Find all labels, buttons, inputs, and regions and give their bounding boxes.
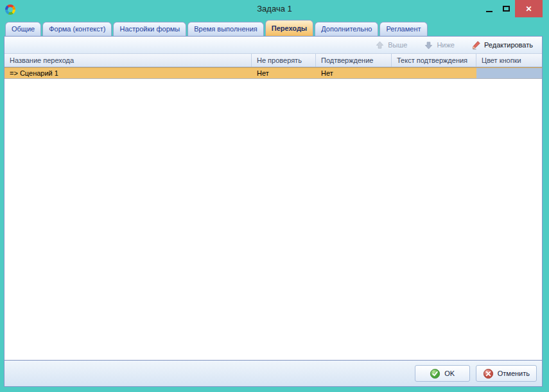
column-header-confirmation-text[interactable]: Текст подтверждения — [392, 54, 476, 67]
cell-no-check: Нет — [252, 68, 316, 78]
maximize-icon — [503, 6, 510, 12]
move-down-button[interactable]: Ниже — [420, 39, 458, 51]
table-row-scenario-1[interactable]: => Сценарий 1 Нет Нет — [4, 67, 542, 79]
dialog-footer: OK Отменить — [4, 360, 542, 386]
minimize-icon — [486, 11, 492, 12]
tab-dopolnitelno[interactable]: Дополнительно — [315, 22, 378, 36]
close-icon: ✕ — [525, 4, 532, 13]
cell-confirmation-text — [392, 68, 476, 78]
tab-obshchie[interactable]: Общие — [5, 22, 41, 36]
close-button[interactable]: ✕ — [515, 0, 543, 17]
column-header-transition-name[interactable]: Название перехода — [4, 54, 252, 67]
column-header-no-check[interactable]: Не проверять — [252, 54, 316, 67]
column-header-button-color[interactable]: Цвет кнопки — [476, 54, 542, 67]
window-title: Задача 1 — [0, 4, 549, 13]
task-dialog-window: { "window": { "title": "Задача 1", "cont… — [0, 0, 549, 392]
ok-check-icon — [430, 368, 440, 379]
column-header-confirmation[interactable]: Подтверждение — [316, 54, 392, 67]
move-up-label: Выше — [388, 41, 407, 49]
cancel-x-icon — [483, 368, 494, 379]
tab-forma-kontekst[interactable]: Форма (контекст) — [42, 22, 112, 36]
cell-button-color-swatch — [476, 68, 542, 78]
titlebar: Задача 1 ✕ — [0, 0, 549, 19]
ok-label: OK — [444, 370, 455, 377]
tab-vremya-vypolneniya[interactable]: Время выполнения — [187, 22, 264, 36]
move-up-button[interactable]: Выше — [371, 39, 411, 51]
minimize-button[interactable] — [480, 0, 498, 17]
pencil-icon — [471, 40, 481, 50]
arrow-down-icon — [424, 40, 433, 50]
cancel-button[interactable]: Отменить — [476, 365, 537, 382]
move-down-label: Ниже — [437, 41, 455, 49]
cancel-label: Отменить — [498, 370, 530, 377]
edit-label: Редактировать — [484, 41, 533, 49]
tab-nastroyki-formy[interactable]: Настройки формы — [113, 22, 186, 36]
maximize-button[interactable] — [498, 0, 515, 17]
tab-perekhody[interactable]: Переходы — [265, 20, 314, 36]
tab-content-panel: Выше Ниже Редактировать Название переход… — [4, 36, 543, 387]
table-header: Название перехода Не проверять Подтвержд… — [4, 54, 542, 67]
table-empty-area — [4, 79, 542, 360]
cell-confirmation: Нет — [316, 68, 392, 78]
tab-reglament[interactable]: Регламент — [379, 22, 427, 36]
transitions-toolbar: Выше Ниже Редактировать — [4, 37, 542, 54]
tab-bar: Общие Форма (контекст) Настройки формы В… — [5, 20, 543, 36]
cell-transition-name: => Сценарий 1 — [4, 68, 252, 78]
ok-button[interactable]: OK — [415, 365, 470, 382]
arrow-up-icon — [375, 40, 385, 50]
window-controls: ✕ — [480, 0, 543, 17]
edit-button[interactable]: Редактировать — [467, 39, 537, 51]
